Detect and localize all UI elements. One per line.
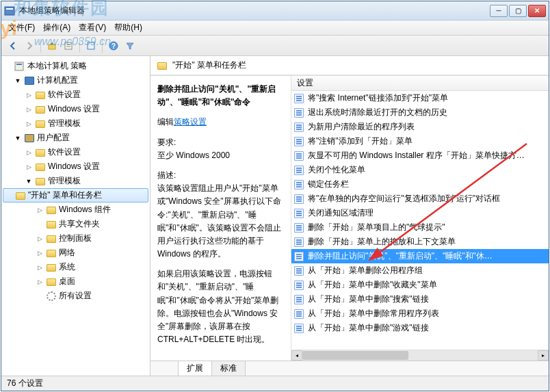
setting-item[interactable]: 从「开始」菜单删除公用程序组 — [291, 263, 549, 278]
description-label: 描述: — [157, 169, 284, 182]
close-button[interactable]: ✕ — [528, 5, 546, 17]
tab-standard[interactable]: 标准 — [211, 361, 246, 376]
export-button[interactable] — [83, 38, 99, 53]
tree-label: 控制面板 — [59, 233, 92, 244]
setting-item[interactable]: 删除「开始」菜单项目上的"气球提示" — [291, 220, 549, 235]
folder-icon — [36, 106, 45, 114]
help-button[interactable]: ? — [106, 38, 121, 53]
folder-icon — [36, 92, 45, 99]
tree-label: 本地计算机 策略 — [27, 60, 87, 72]
tree-all-settings[interactable]: 所有设置 — [3, 289, 148, 303]
tree-software-settings-2[interactable]: 软件设置 — [3, 145, 148, 159]
scroll-left-button[interactable]: ◂ — [291, 350, 302, 361]
setting-item[interactable]: 将"注销"添加到「开始」菜单 — [291, 134, 549, 148]
window-title: 本地组策略编辑器 — [19, 5, 490, 16]
scrollbar-thumb[interactable] — [302, 351, 408, 360]
up-button[interactable] — [44, 38, 60, 53]
setting-item[interactable]: 将"搜索 Internet"链接添加到"开始"菜单 — [291, 91, 549, 105]
tree-windows-components[interactable]: Windows 组件 — [3, 202, 148, 217]
policy-icon — [294, 180, 304, 190]
tree-admin-templates-2[interactable]: 管理模板 — [3, 174, 148, 188]
tree-software-settings[interactable]: 软件设置 — [3, 88, 148, 102]
tree-start-taskbar[interactable]: "开始" 菜单和任务栏 — [3, 188, 148, 202]
setting-item[interactable]: 退出系统时清除最近打开的文档的历史 — [291, 105, 549, 120]
folder-icon — [47, 235, 56, 243]
tree-network[interactable]: 网络 — [3, 246, 148, 260]
filter-button[interactable] — [122, 38, 138, 53]
setting-item[interactable]: 将"在单独的内存空间运行"复选框添加到"运行"对话框 — [291, 192, 549, 206]
description-text-1: 该策略设置阻止用户从"开始"菜单或"Windows 安全"屏幕执行以下命令:"关… — [157, 182, 284, 261]
setting-item[interactable]: 删除「开始」菜单上的拖放和上下文菜单 — [291, 235, 549, 249]
setting-label: 为新用户清除最近的程序列表 — [308, 121, 415, 133]
policy-icon — [294, 194, 304, 204]
svg-rect-6 — [88, 42, 94, 49]
setting-label: 锁定任务栏 — [308, 179, 349, 190]
policy-icon — [294, 237, 304, 247]
forward-button[interactable] — [22, 38, 37, 53]
setting-label: 从「开始」菜单中删除"游戏"链接 — [308, 322, 429, 334]
setting-item[interactable]: 锁定任务栏 — [291, 177, 549, 192]
tree-shared-folders[interactable]: 共享文件夹 — [3, 217, 148, 231]
tree-pane[interactable]: 本地计算机 策略 计算机配置 软件设置 Windows 设置 管理模板 — [1, 56, 150, 376]
tree-label: 网络 — [59, 247, 75, 259]
tree-windows-settings[interactable]: Windows 设置 — [3, 102, 148, 116]
scroll-right-button[interactable]: ▸ — [538, 350, 549, 361]
setting-label: 退出系统时清除最近打开的文档的历史 — [308, 107, 447, 118]
tree-windows-settings-2[interactable]: Windows 设置 — [3, 159, 148, 174]
maximize-button[interactable]: ▢ — [509, 5, 527, 17]
edit-prefix: 编辑 — [157, 117, 174, 127]
tree-computer-config[interactable]: 计算机配置 — [3, 73, 148, 88]
tree-control-panel[interactable]: 控制面板 — [3, 231, 148, 246]
tree-label: "开始" 菜单和任务栏 — [28, 190, 102, 201]
tree-root[interactable]: 本地计算机 策略 — [3, 59, 148, 73]
folder-icon — [47, 250, 56, 257]
content-title: "开始" 菜单和任务栏 — [172, 60, 246, 71]
setting-item[interactable]: 灰显不可用的 Windows Installer 程序「开始」菜单快捷方… — [291, 148, 549, 163]
setting-label: 灰显不可用的 Windows Installer 程序「开始」菜单快捷方… — [308, 150, 525, 161]
gear-icon — [47, 291, 56, 301]
menu-help[interactable]: 帮助(H) — [112, 21, 145, 35]
policy-icon — [294, 137, 304, 146]
svg-text:?: ? — [112, 42, 116, 50]
tree-admin-templates[interactable]: 管理模板 — [3, 116, 148, 131]
setting-item[interactable]: 从「开始」菜单中删除常用程序列表 — [291, 306, 549, 321]
tree-label: Windows 设置 — [48, 161, 100, 172]
folder-icon — [36, 178, 45, 185]
policy-icon — [294, 324, 304, 333]
menubar: 文件(F) 操作(A) 查看(V) 帮助(H) — [1, 21, 549, 36]
setting-label: 将"搜索 Internet"链接添加到"开始"菜单 — [308, 92, 448, 104]
tree-label: 系统 — [59, 261, 75, 273]
setting-label: 将"在单独的内存空间运行"复选框添加到"运行"对话框 — [308, 193, 500, 205]
menu-file[interactable]: 文件(F) — [5, 21, 38, 35]
menu-view[interactable]: 查看(V) — [76, 21, 109, 35]
toolbar: ? — [1, 36, 549, 56]
folder-icon — [36, 120, 45, 128]
horizontal-scrollbar[interactable]: ◂ ▸ — [291, 350, 549, 361]
setting-item[interactable]: 从「开始」菜单中删除"游戏"链接 — [291, 321, 549, 335]
tree-system[interactable]: 系统 — [3, 260, 148, 274]
setting-item[interactable]: 从「开始」菜单中删除"搜索"链接 — [291, 292, 549, 306]
setting-item[interactable]: 关闭通知区域清理 — [291, 206, 549, 220]
tab-extended[interactable]: 扩展 — [178, 361, 212, 376]
setting-item[interactable]: 从「开始」菜单中删除"收藏夹"菜单 — [291, 278, 549, 292]
edit-policy-link[interactable]: 策略设置 — [174, 117, 207, 127]
list-column-header[interactable]: 设置 — [291, 76, 549, 91]
settings-list[interactable]: 将"搜索 Internet"链接添加到"开始"菜单退出系统时清除最近打开的文档的… — [291, 91, 549, 350]
minimize-button[interactable]: ─ — [490, 5, 508, 17]
menu-action[interactable]: 操作(A) — [40, 21, 73, 35]
tree-label: Windows 设置 — [48, 103, 100, 115]
tree-user-config[interactable]: 用户配置 — [3, 131, 148, 145]
tree-label: 管理模板 — [48, 118, 81, 129]
setting-item[interactable]: 关闭个性化菜单 — [291, 163, 549, 177]
setting-label: 从「开始」菜单中删除"搜索"链接 — [308, 293, 429, 305]
setting-item[interactable]: 为新用户清除最近的程序列表 — [291, 120, 549, 134]
setting-label: 删除「开始」菜单上的拖放和上下文菜单 — [308, 236, 456, 248]
policy-icon — [294, 151, 304, 161]
setting-item[interactable]: 删除并阻止访问"关机"、"重新启动"、"睡眠"和"休… — [291, 249, 549, 263]
tree-desktop[interactable]: 桌面 — [3, 274, 148, 289]
tree-label: Windows 组件 — [59, 204, 111, 215]
svg-rect-9 — [15, 62, 23, 70]
properties-button[interactable] — [61, 38, 76, 53]
app-icon — [4, 5, 15, 16]
back-button[interactable] — [5, 38, 21, 53]
